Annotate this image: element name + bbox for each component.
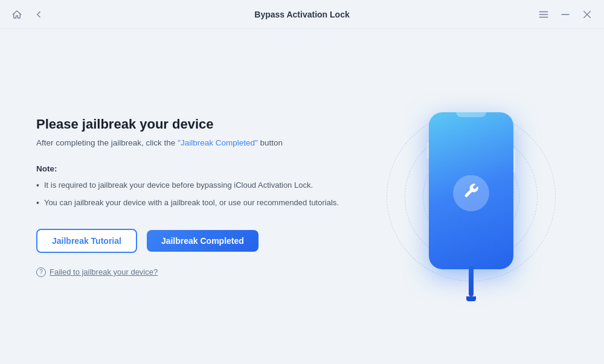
- phone-screen: [453, 117, 489, 269]
- back-icon[interactable]: [31, 7, 46, 22]
- subtitle-highlight: "Jailbreak Completed": [178, 138, 258, 147]
- title-bar-right: [536, 7, 594, 22]
- note-item-2-text: You can jailbreak your device with a jai…: [44, 197, 339, 209]
- fail-link-row[interactable]: ? Failed to jailbreak your device?: [36, 267, 350, 277]
- note-section: Note: It is required to jailbreak your d…: [36, 164, 350, 209]
- subtitle-after: button: [258, 138, 283, 147]
- menu-icon[interactable]: [536, 7, 551, 22]
- page-heading: Please jailbreak your device: [36, 117, 350, 132]
- minimize-icon[interactable]: [558, 7, 573, 22]
- wrench-icon: [463, 182, 480, 203]
- title-bar: Bypass Activation Lock: [0, 0, 604, 29]
- fail-link-text[interactable]: Failed to jailbreak your device?: [50, 267, 158, 276]
- title-bar-left: [10, 7, 46, 22]
- phone-illustration: [429, 112, 513, 269]
- main-content: Please jailbreak your device After compl…: [0, 29, 604, 364]
- button-row: Jailbreak Tutorial Jailbreak Completed: [36, 229, 350, 253]
- window-title: Bypass Activation Lock: [254, 10, 349, 19]
- note-item-1-text: It is required to jailbreak your device …: [44, 179, 313, 191]
- question-icon: ?: [36, 267, 46, 277]
- jailbreak-tutorial-button[interactable]: Jailbreak Tutorial: [36, 229, 137, 253]
- left-panel: Please jailbreak your device After compl…: [36, 117, 350, 277]
- close-icon[interactable]: [580, 7, 594, 22]
- note-item-2: You can jailbreak your device with a jai…: [36, 197, 350, 209]
- jailbreak-completed-button[interactable]: Jailbreak Completed: [147, 230, 259, 252]
- note-title: Note:: [36, 164, 350, 173]
- subtitle-before: After completing the jailbreak, click th…: [36, 138, 178, 147]
- phone-notch: [456, 112, 486, 117]
- home-icon[interactable]: [10, 7, 24, 22]
- subtitle: After completing the jailbreak, click th…: [36, 138, 350, 147]
- phone-cable: [469, 266, 474, 296]
- right-panel: [374, 82, 568, 311]
- note-item-1: It is required to jailbreak your device …: [36, 179, 350, 192]
- wrench-circle: [453, 175, 489, 211]
- phone: [429, 112, 513, 269]
- note-list: It is required to jailbreak your device …: [36, 179, 350, 209]
